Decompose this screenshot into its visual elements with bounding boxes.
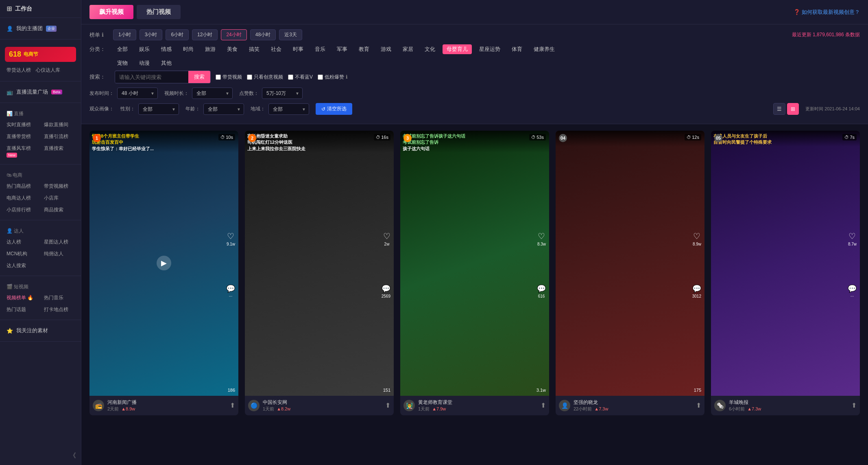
comment-button[interactable]: 💬 (537, 284, 546, 293)
video-card[interactable]: 04 ⏱12s ♡ 8.9w 💬 3012 175 (556, 131, 704, 415)
collapse-icon[interactable]: 《 (70, 452, 76, 460)
duration-select[interactable]: 全部 1分钟以内 1-5分钟 (192, 88, 233, 99)
video-card[interactable]: 在逃人员与女友生了孩子后自首时向民警提了个特殊要求 05 ⏱7s ♡ 8.7w … (711, 131, 860, 415)
low-fans-checkbox[interactable] (318, 75, 323, 80)
video-card[interactable]: 考试前别忘了告诉孩子这六句话考试前别忘了告诉孩子这六句话 3 ⏱53s ♡ 8.… (400, 131, 549, 415)
age-select[interactable]: 全部 (203, 103, 244, 115)
clear-button[interactable]: ↺ 清空所选 (316, 103, 352, 115)
sidebar-item-live-market[interactable]: 📺 直播流量广场 Beta (0, 86, 81, 99)
checkbox-creative[interactable]: 只看创意视频 (247, 74, 283, 81)
sidebar-item-live-goods[interactable]: 直播带货榜 (3, 131, 41, 143)
cat-entertainment[interactable]: 娱乐 (135, 44, 154, 54)
tab-rising[interactable]: 飙升视频 (89, 5, 133, 19)
list-view-button[interactable]: ☰ (773, 103, 785, 115)
sidebar-item-commission[interactable]: 纯佣达人 (41, 248, 78, 260)
cat-health[interactable]: 健康养生 (530, 44, 559, 54)
share-button[interactable]: ⬆ (696, 401, 701, 409)
gender-select[interactable]: 全部 男 女 (138, 103, 179, 115)
play-icon[interactable]: ▶ (157, 256, 171, 270)
share-button[interactable]: ⬆ (230, 401, 235, 409)
sidebar-item-hot-topic[interactable]: 热门话题 (3, 304, 41, 316)
cat-pets[interactable]: 宠物 (113, 58, 132, 68)
cargo-checkbox[interactable] (216, 75, 221, 80)
sidebar-item-live-traffic[interactable]: 直播引流榜 (41, 131, 78, 143)
checkbox-no-blue[interactable]: 不看蓝V (288, 74, 313, 81)
time-1h[interactable]: 1小时 (113, 29, 136, 40)
sidebar-item-small-store[interactable]: 小店库 (41, 192, 78, 204)
cat-games[interactable]: 游戏 (377, 44, 395, 54)
sidebar-item-store-rank[interactable]: 小店排行榜 (3, 204, 41, 216)
video-card[interactable]: 怀孕8个月班主任带学生玩射击百发百中学生惊呆了：幸好已经毕业了... 1 ⏱10… (89, 131, 238, 415)
time-48h[interactable]: 48小时 (250, 29, 276, 40)
sidebar-item-hot-goods[interactable]: 热门商品榜 (3, 180, 41, 192)
broadcaster-rank-link[interactable]: 带货达人榜 (7, 67, 31, 74)
comment-button[interactable]: 💬 (226, 284, 235, 293)
comment-button[interactable]: 💬 (382, 284, 390, 293)
workspace-header[interactable]: ⊞ 工作台 (0, 0, 81, 18)
sidebar-item-team[interactable]: 👤 我的主播团 企业 (0, 22, 81, 35)
time-3h[interactable]: 3小时 (140, 29, 163, 40)
cat-social[interactable]: 社会 (267, 44, 286, 54)
cat-parenting[interactable]: 母婴育儿 (443, 44, 472, 54)
help-link[interactable]: ❓ 如何获取最新视频创意？ (794, 9, 860, 16)
likes-select[interactable]: 5万-10万 1万-5万 10万以上 (262, 88, 303, 99)
share-button[interactable]: ⬆ (851, 401, 857, 409)
cat-home[interactable]: 家居 (399, 44, 417, 54)
heart-button[interactable]: ♡ (848, 231, 856, 241)
tab-hot[interactable]: 热门视频 (137, 5, 181, 19)
no-blue-checkbox[interactable] (288, 75, 293, 80)
checkbox-low-fans[interactable]: 低粉爆赞 ℹ (318, 74, 348, 81)
cat-other[interactable]: 其他 (157, 58, 176, 68)
cat-fashion[interactable]: 时尚 (179, 44, 198, 54)
search-input[interactable] (115, 72, 188, 83)
sidebar-item-talent-search[interactable]: 达人搜索 (3, 260, 41, 272)
sidebar-item-star-talent[interactable]: 星图达人榜 (41, 236, 78, 248)
cat-culture[interactable]: 文化 (421, 44, 439, 54)
cat-all[interactable]: 全部 (113, 44, 132, 54)
cat-education[interactable]: 教育 (355, 44, 373, 54)
comment-button[interactable]: 💬 (692, 284, 701, 293)
cat-funny[interactable]: 搞笑 (245, 44, 264, 54)
sidebar-item-goods-search[interactable]: 商品搜索 (41, 204, 78, 216)
search-button[interactable]: 搜索 (188, 71, 210, 83)
cat-news[interactable]: 时事 (289, 44, 308, 54)
sidebar-item-cargo-video[interactable]: 带货视频榜 (41, 180, 78, 192)
checkbox-cargo[interactable]: 带货视频 (216, 74, 242, 81)
sidebar-item-live-windmill[interactable]: 直播风车榜 New (3, 143, 41, 160)
share-button[interactable]: ⬆ (385, 401, 390, 409)
sidebar-item-realtime[interactable]: 实时直播榜 (3, 119, 41, 131)
time-12h[interactable]: 12小时 (192, 29, 218, 40)
618-banner[interactable]: 618 电商节 (5, 47, 76, 62)
video-card[interactable]: 家长抱昏迷女童求助司机闯红灯12分钟送医上来上来我拉你去三医院快走 2 ⏱16s… (245, 131, 394, 415)
sidebar-item-ecom-talent[interactable]: 电商达人榜 (3, 192, 41, 204)
cat-travel[interactable]: 旅游 (201, 44, 220, 54)
time-24h[interactable]: 24小时 (221, 29, 246, 40)
cat-music[interactable]: 音乐 (311, 44, 329, 54)
cat-horoscope[interactable]: 星座运势 (475, 44, 504, 54)
sidebar-item-popular-live[interactable]: 爆款直播间 (41, 119, 78, 131)
time-6h[interactable]: 6小时 (166, 29, 189, 40)
cat-food[interactable]: 美食 (223, 44, 242, 54)
sidebar-item-hot-music[interactable]: 热门音乐 (41, 292, 78, 304)
wishlist-link[interactable]: 心仪达人库 (36, 67, 60, 74)
heart-button[interactable]: ♡ (538, 231, 545, 241)
heart-button[interactable]: ♡ (383, 231, 390, 241)
cat-sports[interactable]: 体育 (508, 44, 526, 54)
sidebar-item-mcn[interactable]: MCN机构 (3, 248, 41, 260)
sidebar-item-video-rank[interactable]: 视频榜单 🔥 (3, 292, 41, 304)
creative-checkbox[interactable] (247, 75, 252, 80)
grid-view-button[interactable]: ⊞ (787, 103, 799, 115)
cat-anime[interactable]: 动漫 (135, 58, 154, 68)
cat-military[interactable]: 军事 (333, 44, 351, 54)
heart-button[interactable]: ♡ (227, 231, 234, 241)
comment-button[interactable]: 💬 (848, 284, 857, 293)
time-3d[interactable]: 近3天 (279, 29, 302, 40)
sidebar-item-my-content[interactable]: ⭐ 我关注的素材 (0, 324, 81, 337)
sidebar-item-talent-rank[interactable]: 达人榜 (3, 236, 41, 248)
cat-emotion[interactable]: 情感 (157, 44, 176, 54)
heart-button[interactable]: ♡ (693, 231, 700, 241)
share-button[interactable]: ⬆ (541, 401, 546, 409)
sidebar-item-live-search[interactable]: 直播搜索 (41, 143, 78, 160)
sidebar-item-location-rank[interactable]: 打卡地点榜 (41, 304, 78, 316)
publish-select[interactable]: 48 小时 24 小时 7 天 (117, 88, 158, 99)
